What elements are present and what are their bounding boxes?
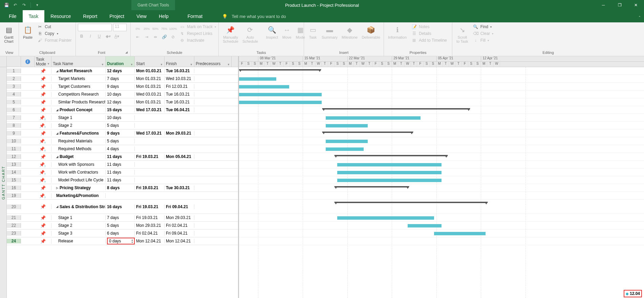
table-row[interactable]: 21📌Stage 17 daysFri 19.03.21Mon 29.03.21 xyxy=(7,214,238,222)
outline-toggle-icon[interactable]: ◢ xyxy=(56,205,58,208)
task-mode-cell[interactable]: 📌 xyxy=(35,146,51,152)
task-bar[interactable] xyxy=(239,85,289,88)
tab-help[interactable]: Help xyxy=(153,10,175,22)
duration-cell[interactable]: 5 days xyxy=(106,123,135,128)
task-name-cell[interactable]: Model Product Life Cycle xyxy=(51,178,106,182)
task-name-cell[interactable]: ◢Sales & Distribution Strategy xyxy=(51,204,106,209)
link-icon[interactable]: 🔗 xyxy=(160,33,168,41)
duration-cell[interactable]: 7 days xyxy=(106,215,135,220)
start-cell[interactable]: Fri 02.04.21 xyxy=(135,231,165,236)
tab-task[interactable]: Task xyxy=(23,10,45,22)
table-row[interactable]: 13📌Work with Sponsors11 days xyxy=(7,161,238,168)
bold-button[interactable]: B xyxy=(78,33,85,40)
task-name-cell[interactable]: ▷Pricing Strategy xyxy=(51,185,106,190)
notes-button[interactable]: 📝Notes xyxy=(410,24,448,30)
task-mode-cell[interactable]: 📌 xyxy=(35,100,51,105)
paste-button[interactable]: 📋Paste xyxy=(21,24,35,41)
table-row[interactable]: 24📌Release0 days▲▼Mon 12.04.21Mon 12.04.… xyxy=(7,237,238,245)
finish-cell[interactable]: Fri 12.03.21 xyxy=(165,84,194,89)
row-number[interactable]: 20 xyxy=(7,204,21,209)
table-row[interactable]: 19📌Marketing&Promotion xyxy=(7,192,238,200)
task-mode-cell[interactable]: 📌 xyxy=(35,223,51,228)
row-number[interactable]: 5 xyxy=(7,100,21,104)
task-mode-cell[interactable]: 📌 xyxy=(35,193,51,198)
table-row[interactable]: 10📌Required Materials5 days xyxy=(7,137,238,145)
task-name-cell[interactable]: Work with Contractors xyxy=(51,170,106,175)
row-number[interactable]: 3 xyxy=(7,84,21,89)
duration-cell[interactable]: 10 days xyxy=(106,92,135,97)
duration-cell[interactable]: 11 days xyxy=(106,170,135,175)
italic-button[interactable]: I xyxy=(87,33,94,40)
add-timeline-button[interactable]: ⊞Add to Timeline xyxy=(410,37,448,43)
split-icon[interactable]: ⇹ xyxy=(152,33,159,41)
duration-cell[interactable]: 6 days xyxy=(106,231,135,236)
task-mode-cell[interactable]: 📌 xyxy=(35,154,51,159)
row-number[interactable]: 22 xyxy=(7,223,21,228)
table-row[interactable]: 23📌Stage 36 daysFri 02.04.21Fri 09.04.21 xyxy=(7,230,238,237)
task-bar[interactable] xyxy=(239,77,276,81)
info-column-header[interactable]: i xyxy=(21,56,35,67)
milestone-marker[interactable]: ◆12.04 xyxy=(624,290,642,297)
row-number[interactable]: 2 xyxy=(7,76,21,81)
task-mode-cell[interactable]: 📌 xyxy=(35,231,51,236)
finish-cell[interactable]: Tue 16.03.21 xyxy=(165,68,194,73)
task-bar[interactable] xyxy=(326,147,364,151)
task-mode-cell[interactable]: 📌 xyxy=(35,178,51,183)
task-name-cell[interactable]: Similar Products Research xyxy=(51,100,106,104)
finish-column-header[interactable]: Finish▼ xyxy=(165,56,194,67)
row-number[interactable]: 24 xyxy=(7,239,21,243)
row-number[interactable]: 11 xyxy=(7,146,21,151)
start-cell[interactable]: Mon 29.03.21 xyxy=(135,223,165,228)
task-bar[interactable] xyxy=(337,171,442,174)
row-number[interactable]: 6 xyxy=(7,107,21,112)
task-mode-cell[interactable]: 📌 xyxy=(35,185,51,191)
row-number[interactable]: 21 xyxy=(7,215,21,220)
spinner-down-icon[interactable]: ▼ xyxy=(131,241,133,243)
outline-toggle-icon[interactable]: ◢ xyxy=(56,132,58,135)
row-number[interactable]: 15 xyxy=(7,178,21,182)
task-name-cell[interactable]: Release xyxy=(51,239,106,243)
finish-cell[interactable]: Fri 09.04.21 xyxy=(165,204,194,209)
summary-bar[interactable] xyxy=(322,132,413,133)
task-mode-cell[interactable]: 📌 xyxy=(35,115,51,120)
task-name-cell[interactable]: ◢Market Research xyxy=(51,68,106,73)
table-row[interactable]: 22📌Stage 25 daysMon 29.03.21Fri 02.04.21 xyxy=(7,222,238,230)
start-cell[interactable]: Fri 19.03.21 xyxy=(135,154,165,159)
task-mode-cell[interactable]: 📌 xyxy=(35,215,51,220)
task-bar[interactable] xyxy=(408,224,442,227)
duration-cell[interactable]: 15 days xyxy=(106,107,135,112)
gantt-chart-area[interactable]: ◆12.04 xyxy=(239,67,644,298)
task-mode-cell[interactable]: 📌 xyxy=(35,76,51,81)
table-row[interactable]: 8📌Stage 25 days xyxy=(7,122,238,130)
row-number[interactable]: 7 xyxy=(7,115,21,120)
task-name-cell[interactable]: Marketing&Promotion xyxy=(51,193,106,198)
tell-me-search[interactable]: 💡 Tell me what you want to do xyxy=(222,10,286,22)
start-cell[interactable]: Fri 19.03.21 xyxy=(135,215,165,220)
start-cell[interactable]: Fri 19.03.21 xyxy=(135,204,165,209)
task-name-cell[interactable]: Work with Sponsors xyxy=(51,162,106,167)
finish-cell[interactable]: Mon 12.04.21 xyxy=(165,239,194,243)
task-name-cell[interactable]: Stage 3 xyxy=(51,231,106,236)
start-cell[interactable]: Wed 03.03.21 xyxy=(135,92,165,97)
manually-schedule-button[interactable]: 📌Manually Schedule xyxy=(221,24,240,45)
finish-cell[interactable]: Wed 10.03.21 xyxy=(165,76,194,81)
start-cell[interactable]: Fri 19.03.21 xyxy=(135,185,165,190)
start-cell[interactable]: Mon 01.03.21 xyxy=(135,76,165,81)
predecessors-column-header[interactable]: Predecessors▼ xyxy=(194,56,232,67)
font-family-combo[interactable] xyxy=(78,24,112,31)
move-button[interactable]: ↔Move xyxy=(280,24,294,41)
duration-cell[interactable]: 9 days xyxy=(106,84,135,89)
duration-cell[interactable]: 8 days xyxy=(106,185,135,190)
task-mode-cell[interactable]: 📌 xyxy=(35,92,51,97)
outline-toggle-icon[interactable]: ▷ xyxy=(56,186,58,190)
table-row[interactable]: 2📌Target Markets7 daysMon 01.03.21Wed 10… xyxy=(7,75,238,83)
finish-cell[interactable]: Tue 16.03.21 xyxy=(165,92,194,97)
task-bar[interactable] xyxy=(326,116,421,120)
table-row[interactable]: 5📌Similar Products Research12 daysMon 01… xyxy=(7,98,238,106)
task-mode-cell[interactable]: 📌 xyxy=(35,68,51,74)
row-number[interactable]: 1 xyxy=(7,68,21,73)
tab-report[interactable]: Report xyxy=(77,10,103,22)
finish-cell[interactable]: Fri 02.04.21 xyxy=(165,223,194,228)
task-mode-cell[interactable]: 📌 xyxy=(35,139,51,144)
deliverable-button[interactable]: 📦Deliverable xyxy=(360,24,382,41)
